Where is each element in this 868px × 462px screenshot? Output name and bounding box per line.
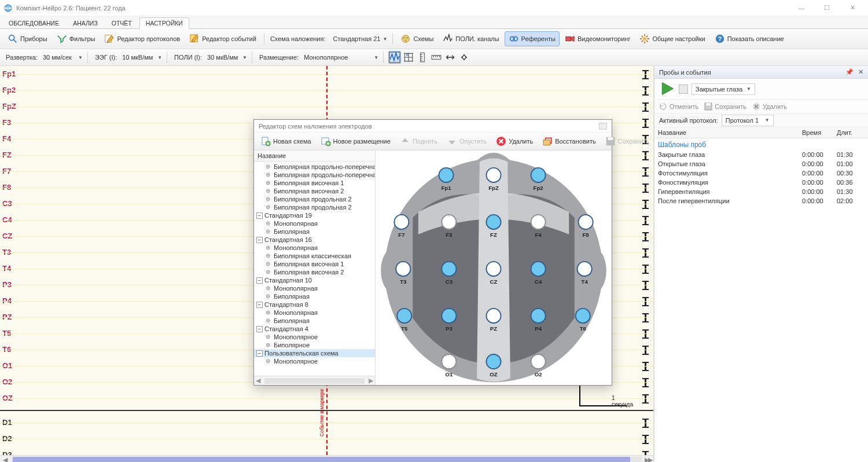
scheme-item[interactable]: Биполярная классическая: [254, 252, 375, 260]
tree-horizontal-scrollbar[interactable]: ◀ ▶: [254, 376, 375, 385]
popup-newscheme-button[interactable]: Новая схема: [256, 134, 315, 149]
schemes-button[interactable]: Схемы: [396, 31, 437, 46]
window-close[interactable]: ✕: [845, 2, 860, 14]
chevron-down-icon[interactable]: ▼: [374, 55, 378, 60]
window-minimize[interactable]: —: [794, 2, 809, 14]
trial-row[interactable]: Фотостимуляция0:00:0000:30: [654, 168, 868, 178]
delete-button[interactable]: Удалить: [752, 102, 787, 111]
scheme-node[interactable]: −Стандартная 19: [254, 211, 375, 219]
tree-scroll[interactable]: Биполярная продольно-поперечная 1Биполяр…: [254, 162, 375, 376]
head-view[interactable]: Fp1FpZFp2F7F3FZF4F8T3C3CZC4T4T5P3PZP4T6O…: [376, 151, 612, 385]
montage-select[interactable]: Стандартная 21▼: [329, 34, 389, 44]
svg-point-7: [405, 40, 406, 41]
protoedit-button[interactable]: Редактор протоколов: [100, 31, 184, 46]
sweep-value[interactable]: 30 мм/сек: [42, 53, 76, 62]
eeg-canvas[interactable]: Fp1Fp2FpZF3F4FZF7F8C3C4CZT3T4P3P4PZT5T6O…: [0, 66, 654, 462]
trials-table[interactable]: Название Время Длит. Шаблоны пробЗакрыты…: [654, 127, 868, 462]
filters-button[interactable]: Фильтры: [53, 31, 100, 46]
collapse-icon[interactable]: −: [256, 326, 263, 332]
window-maximize[interactable]: ☐: [819, 2, 834, 14]
collapse-icon[interactable]: −: [256, 350, 263, 357]
scheme-item[interactable]: Монополярное: [254, 357, 375, 365]
arrows-icon[interactable]: [444, 51, 457, 64]
devices-button[interactable]: Приборы: [3, 31, 52, 46]
popup-close-icon[interactable]: [599, 123, 607, 130]
chevron-down-icon[interactable]: ▼: [242, 55, 247, 60]
collapse-icon[interactable]: −: [256, 277, 263, 284]
scheme-node[interactable]: −Стандартная 10: [254, 276, 375, 284]
referents-button[interactable]: Референты: [505, 31, 560, 46]
electrode-fpz[interactable]: FpZ: [486, 168, 501, 191]
col-dur[interactable]: Длит.: [833, 127, 868, 138]
scheme-item[interactable]: Биполярная височная 1: [254, 260, 375, 268]
scheme-item[interactable]: Монополярная: [254, 219, 375, 228]
scheme-item[interactable]: Биполярная продольная 2: [254, 203, 375, 211]
active-protocol-select[interactable]: Протокол 1 ▼: [722, 115, 774, 126]
scheme-item[interactable]: Биполярная: [254, 292, 375, 300]
arrow-updown-icon[interactable]: [458, 51, 470, 64]
scheme-item[interactable]: Биполярная продольно-поперечная 2: [254, 171, 375, 179]
video-button[interactable]: Видеомониторинг: [561, 31, 634, 46]
rulerh-icon[interactable]: [430, 51, 443, 64]
trial-row[interactable]: Закрытые глаза0:00:0001:30: [654, 150, 868, 159]
scheme-item[interactable]: Монополярное: [254, 333, 375, 341]
svg-point-61: [531, 309, 546, 323]
general-button[interactable]: Общие настройки: [635, 31, 709, 46]
scheme-node[interactable]: −Стандартная 8: [254, 300, 375, 309]
close-icon[interactable]: ✕: [858, 68, 863, 76]
popup-newplace-button[interactable]: Новое размещение: [317, 134, 395, 149]
collapse-icon[interactable]: −: [256, 212, 263, 219]
scheme-item[interactable]: Биполярная: [254, 228, 375, 236]
undo-button[interactable]: Отменить: [659, 102, 698, 111]
current-trial-value: Закрытые глаза: [696, 86, 742, 93]
poly-button[interactable]: ПОЛИ. каналы: [439, 31, 503, 46]
electrode-editor-window[interactable]: Редактор схем наложения электродов Новая…: [253, 119, 612, 386]
scheme-node[interactable]: −Стандартная 4: [254, 325, 375, 333]
tab-отчёт[interactable]: ОТЧЁТ: [105, 17, 138, 29]
rulerv-icon[interactable]: [416, 51, 429, 64]
play-button[interactable]: [659, 80, 675, 98]
scheme-item[interactable]: Биполярная продольно-поперечная 1: [254, 163, 375, 171]
col-time[interactable]: Время: [799, 127, 833, 138]
help-button[interactable]: ?Показать описание: [711, 31, 788, 46]
trial-row[interactable]: Открытые глаза0:00:0001:00: [654, 159, 868, 168]
trial-row[interactable]: После гипервентиляции0:00:0002:00: [654, 196, 868, 206]
scheme-item[interactable]: Биполярное: [254, 341, 375, 349]
scheme-node[interactable]: −Стандартная 16: [254, 236, 375, 244]
current-trial-select[interactable]: Закрытые глаза ▼: [692, 83, 755, 95]
eeg-gain-value[interactable]: 10 мкВ/мм: [121, 53, 156, 62]
scroll-left-icon[interactable]: ◀: [0, 456, 10, 462]
pin-icon[interactable]: 📌: [845, 68, 854, 76]
scheme-item[interactable]: Биполярная височная 1: [254, 179, 375, 187]
horizontal-scrollbar[interactable]: ◀ ▶▶: [0, 455, 653, 462]
poly-gain-value[interactable]: 30 мкВ/мм: [206, 53, 241, 62]
grid-icon[interactable]: #: [402, 51, 415, 64]
scheme-item[interactable]: Монополярная: [254, 309, 375, 317]
trial-row[interactable]: Гипервентиляция0:00:0001:30: [654, 187, 868, 196]
popup-delete-button[interactable]: Удалить: [492, 134, 537, 149]
wave-icon[interactable]: [388, 51, 401, 64]
trial-row[interactable]: Фоностимуляция0:00:0000:36: [654, 178, 868, 187]
chevron-down-icon[interactable]: ▼: [78, 55, 83, 60]
eventedit-button[interactable]: Редактор событий: [185, 31, 260, 46]
scheme-node[interactable]: −Пользовательская схема: [254, 349, 375, 357]
tab-настройки[interactable]: НАСТРОЙКИ: [139, 17, 189, 29]
scroll-fast-right-icon[interactable]: ▶▶: [643, 456, 653, 462]
scheme-item[interactable]: Биполярная: [254, 317, 375, 325]
collapse-icon[interactable]: −: [256, 237, 263, 243]
tab-обследование[interactable]: ОБСЛЕДОВАНИЕ: [2, 17, 65, 29]
col-name[interactable]: Название: [654, 127, 799, 138]
collapse-icon[interactable]: −: [256, 302, 263, 308]
stop-button[interactable]: [679, 85, 688, 94]
scheme-item[interactable]: Монополярная: [254, 284, 375, 292]
scheme-item[interactable]: Биполярная височная 2: [254, 187, 375, 195]
scheme-item[interactable]: Монополярная: [254, 244, 375, 252]
popup-restore-button[interactable]: Восстановить: [538, 134, 599, 149]
scheme-item[interactable]: Биполярная височная 2: [254, 268, 375, 276]
save-button[interactable]: Сохранить: [704, 102, 746, 111]
chevron-down-icon[interactable]: ▼: [157, 55, 162, 60]
tab-анализ[interactable]: АНАЛИЗ: [67, 17, 104, 29]
trials-group-header[interactable]: Шаблоны проб: [654, 138, 868, 151]
scheme-item[interactable]: Биполярная продольная 2: [254, 195, 375, 203]
placement-value[interactable]: Монополярное: [303, 53, 372, 62]
